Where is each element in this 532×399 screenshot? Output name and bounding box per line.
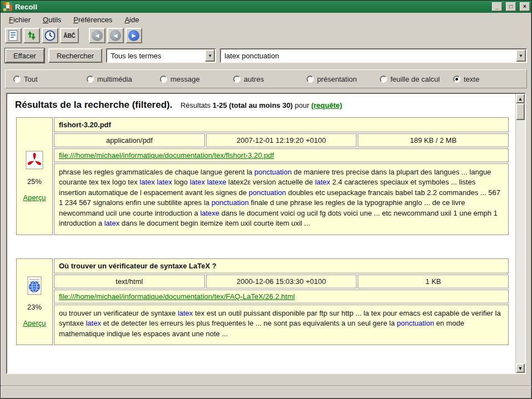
menu-outils[interactable]: Outils — [38, 14, 66, 26]
radio-button-icon — [87, 76, 94, 83]
results-frame: Résultats de la recherche (filtered). Ré… — [6, 93, 526, 374]
vertical-scrollbar[interactable]: ▲ ▼ — [515, 94, 525, 373]
search-query-combo[interactable]: ▼ — [220, 48, 527, 63]
result-abstract: ou trouver un verificateur de syntaxe la… — [54, 305, 509, 345]
result-url-cell: file:///home/michael/informatique/docume… — [54, 148, 509, 162]
preview-link[interactable]: Aperçu — [23, 319, 46, 327]
radio-button-icon — [160, 76, 167, 83]
results-summary: Résultats 1-25 (total au moins 30) pour … — [180, 101, 342, 109]
highlight-term: ponctuation — [397, 319, 434, 327]
highlight-term: ponctuation — [254, 168, 292, 176]
radio-button-icon — [13, 76, 21, 83]
radio-button-icon — [453, 76, 460, 83]
filter-radio-tout[interactable]: Tout — [13, 75, 87, 83]
result-url-link[interactable]: file:///home/michael/informatique/docume… — [59, 292, 295, 301]
highlight-term: latex latexe — [190, 178, 227, 186]
abstract-text: phrase les regles grammaticales de chaqu… — [59, 168, 254, 176]
scroll-down-button[interactable]: ▼ — [516, 363, 525, 373]
result-date: 2007-12-01 12:19:20 +0100 — [206, 133, 357, 147]
results-list-area: Résultats de la recherche (filtered). Ré… — [7, 94, 515, 373]
document-icon — [7, 29, 19, 42]
filter-label: Tout — [24, 75, 38, 83]
highlight-term: ponctuation — [249, 188, 286, 197]
menu-aide[interactable]: Aide — [119, 14, 144, 26]
abstract-text: ou trouver un verificateur de syntaxe — [59, 309, 178, 317]
result-size: 189 KB / 2 MB — [358, 133, 509, 147]
result-date: 2000-12-06 15:03:30 +0100 — [206, 275, 357, 288]
term-explorer-button[interactable]: ÂBĈ — [60, 28, 79, 43]
sort-arrows-icon — [26, 29, 38, 42]
filter-radio-autres[interactable]: autres — [233, 75, 307, 83]
summary-pour: pour — [295, 101, 309, 109]
prev-page-arrow-icon: ◀ — [110, 30, 121, 41]
clear-button[interactable]: Effacer — [5, 48, 44, 63]
search-button[interactable]: Rechercher — [48, 48, 102, 63]
filter-radio-multimedia[interactable]: multimédia — [87, 75, 160, 83]
radio-button-icon — [380, 76, 387, 83]
results-title: Résultats de la recherche (filtered). — [15, 99, 172, 110]
chevron-down-icon[interactable]: ▼ — [516, 49, 526, 62]
filter-label: autres — [244, 75, 264, 83]
filter-label: multimédia — [97, 75, 132, 83]
menu-preferences[interactable]: Préférences — [68, 14, 117, 26]
results-header: Résultats de la recherche (filtered). Ré… — [15, 99, 510, 111]
maximize-button[interactable]: □ — [506, 2, 516, 11]
history-button[interactable] — [42, 28, 58, 43]
window-title: Recoll — [15, 3, 488, 11]
next-page-arrow-icon: ▶ — [128, 30, 139, 41]
result-side-cell: 23%Aperçu — [16, 258, 53, 345]
next-page-button[interactable]: ▶ — [126, 28, 142, 43]
clock-icon — [44, 29, 56, 42]
result-url-link[interactable]: file:///home/michael/informatique/docume… — [59, 151, 274, 159]
highlight-term: latex — [315, 178, 330, 186]
highlight-term: latex — [104, 219, 119, 227]
preview-link[interactable]: Aperçu — [23, 193, 46, 202]
highlight-term: latexe — [200, 209, 219, 217]
result-mimetype: application/pdf — [54, 133, 205, 147]
search-query-input[interactable] — [221, 49, 516, 62]
filter-radio-texte[interactable]: texte — [453, 75, 479, 83]
titlebar[interactable]: Recoll _ □ × — [1, 1, 531, 13]
search-mode-value: Tous les termes — [107, 49, 205, 62]
highlight-term: latex — [178, 309, 193, 317]
scroll-track[interactable] — [516, 120, 525, 363]
minimize-button[interactable]: _ — [492, 2, 502, 11]
filter-label: présentation — [317, 75, 357, 83]
filter-radio-message[interactable]: message — [160, 75, 233, 83]
query-details-button[interactable] — [5, 28, 22, 43]
bottom-area — [1, 374, 531, 398]
radio-button-icon — [307, 76, 314, 83]
first-page-button[interactable]: ◀ — [89, 28, 106, 43]
spell-abc-icon: ÂBĈ — [63, 33, 76, 39]
filter-bar: Toutmultimédiamessageautresprésentationf… — [5, 69, 527, 88]
highlight-term: ponctuation — [212, 198, 249, 207]
recoll-app-icon — [3, 2, 12, 11]
prev-page-button[interactable]: ◀ — [107, 28, 124, 43]
result-url-cell: file:///home/michael/informatique/docume… — [54, 290, 509, 303]
search-mode-select[interactable]: Tous les termes ▼ — [106, 48, 216, 63]
filter-label: message — [170, 75, 200, 83]
result-item-2: 23%AperçuOù trouver un vérificateur de s… — [15, 257, 510, 346]
result-abstract: phrase les regles grammaticales de chaqu… — [54, 163, 509, 235]
result-item-1: 25%Aperçuflshort-3.20.pdfapplication/pdf… — [15, 116, 510, 236]
highlight-term: latex — [86, 319, 101, 327]
pdf-file-icon — [19, 150, 50, 172]
abstract-text: latex2ε version actuelle de — [226, 178, 315, 186]
scroll-thumb[interactable] — [516, 103, 525, 120]
result-filename: flshort-3.20.pdf — [54, 117, 509, 132]
search-row: Effacer Rechercher Tous les termes ▼ ▼ — [1, 45, 531, 66]
filter-radio-presentation[interactable]: présentation — [307, 75, 380, 83]
radio-button-icon — [233, 76, 240, 83]
filter-radio-feuille-de-calcul[interactable]: feuille de calcul — [380, 75, 453, 83]
sort-button[interactable] — [23, 28, 40, 43]
results-list: 25%Aperçuflshort-3.20.pdfapplication/pdf… — [15, 116, 510, 346]
abstract-text: et de detecter les erreurs les plus freq… — [101, 319, 397, 327]
html-file-icon — [19, 276, 50, 297]
close-button[interactable]: × — [520, 2, 530, 11]
chevron-down-icon[interactable]: ▼ — [205, 49, 215, 62]
menu-fichier[interactable]: Fichier — [4, 14, 36, 26]
abstract-text: dans le document begin itemize item uxil… — [119, 219, 310, 227]
query-link[interactable]: (requête) — [311, 101, 342, 109]
summary-range: 1-25 (total au moins 30) — [213, 101, 293, 109]
scroll-up-button[interactable]: ▲ — [516, 94, 525, 103]
